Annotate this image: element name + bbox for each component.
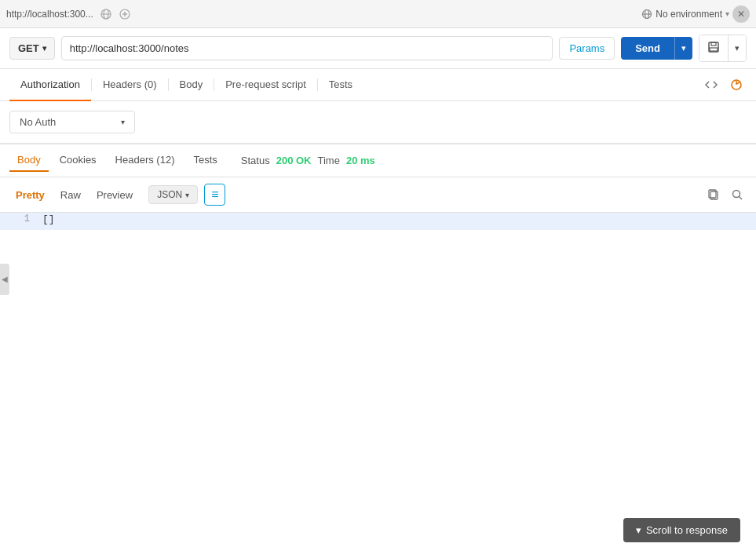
environment-selector[interactable]: No environment ▾ — [641, 9, 729, 20]
code-view-button[interactable] — [701, 75, 721, 95]
view-options: Pretty Raw Preview JSON ▾ ≡ — [0, 177, 756, 213]
response-section: Body Cookies Headers (12) Tests Status 2… — [0, 144, 756, 230]
env-chevron-icon: ▾ — [725, 9, 729, 18]
env-label: No environment — [656, 9, 722, 20]
reset-button[interactable] — [726, 75, 747, 95]
line-content-1: [] — [39, 213, 756, 225]
code-icon — [704, 78, 718, 92]
method-label: GET — [18, 42, 39, 54]
env-globe-icon — [641, 9, 652, 20]
time-value: 20 ms — [346, 155, 375, 166]
resp-tab-headers[interactable]: Headers (12) — [108, 149, 183, 172]
wrap-icon: ≡ — [211, 188, 218, 202]
method-chevron-icon: ▾ — [42, 44, 46, 53]
globe-icon — [100, 8, 112, 20]
search-button[interactable] — [728, 185, 747, 204]
browser-url: http://localhost:300... — [6, 9, 93, 20]
resp-tab-body[interactable]: Body — [9, 149, 49, 172]
send-dropdown-button[interactable]: ▾ — [674, 37, 692, 60]
view-right-icons — [704, 185, 747, 204]
tabs-right-icons — [701, 75, 747, 95]
format-label: JSON — [157, 189, 182, 200]
save-dropdown-button[interactable]: ▾ — [728, 35, 746, 61]
svg-line-16 — [740, 197, 743, 200]
format-selector[interactable]: JSON ▾ — [148, 185, 198, 204]
view-preview-button[interactable]: Preview — [90, 186, 139, 204]
response-tabs: Body Cookies Headers (12) Tests Status 2… — [0, 144, 756, 177]
svg-rect-9 — [709, 42, 718, 52]
copy-icon — [707, 188, 720, 201]
line-number-1: 1 — [0, 213, 39, 224]
browser-bar: http://localhost:300... No environment ▾… — [0, 0, 756, 28]
search-icon — [731, 188, 743, 201]
time-label: Time — [318, 155, 340, 166]
url-bar: GET ▾ Params Send ▾ ▾ — [0, 28, 756, 69]
request-tabs: Authorization Headers (0) Body Pre-reque… — [0, 69, 756, 101]
svg-point-15 — [733, 191, 740, 198]
status-code: 200 OK — [276, 155, 312, 166]
add-tab-icon[interactable] — [119, 8, 131, 20]
resp-tab-tests[interactable]: Tests — [185, 149, 225, 172]
browser-icons: No environment ▾ ✕ — [641, 5, 750, 23]
view-raw-button[interactable]: Raw — [54, 186, 87, 204]
auth-type-selector[interactable]: No Auth ▾ — [9, 111, 135, 133]
format-chevron-icon: ▾ — [185, 191, 189, 199]
code-line-1: 1 [] — [0, 213, 756, 230]
svg-rect-10 — [711, 42, 716, 46]
tab-prerequest[interactable]: Pre-request script — [214, 69, 317, 101]
send-button-group: Send ▾ — [621, 37, 692, 60]
tab-body[interactable]: Body — [169, 69, 214, 101]
refresh-icon — [729, 78, 743, 92]
wrap-button[interactable]: ≡ — [204, 184, 225, 206]
tab-headers[interactable]: Headers (0) — [92, 69, 168, 101]
view-pretty-button[interactable]: Pretty — [9, 186, 51, 204]
env-close-button[interactable]: ✕ — [732, 5, 750, 23]
tab-tests[interactable]: Tests — [318, 69, 363, 101]
copy-button[interactable] — [704, 185, 723, 204]
save-button-group: ▾ — [699, 35, 747, 62]
resp-tab-cookies[interactable]: Cookies — [52, 149, 104, 172]
response-status: Status 200 OK Time 20 ms — [241, 155, 375, 166]
svg-rect-11 — [710, 48, 718, 51]
save-icon — [707, 41, 720, 53]
status-label: Status — [241, 155, 270, 166]
save-button[interactable] — [699, 35, 728, 61]
code-area: 1 [] — [0, 213, 756, 230]
params-button[interactable]: Params — [559, 37, 615, 60]
send-button[interactable]: Send — [621, 37, 674, 60]
auth-type-label: No Auth — [20, 116, 56, 128]
close-icon: ✕ — [737, 9, 745, 20]
url-input[interactable] — [61, 36, 553, 60]
tab-authorization[interactable]: Authorization — [9, 69, 91, 101]
method-selector[interactable]: GET ▾ — [9, 37, 55, 60]
auth-row: No Auth ▾ — [0, 101, 756, 144]
auth-chevron-icon: ▾ — [121, 118, 125, 126]
